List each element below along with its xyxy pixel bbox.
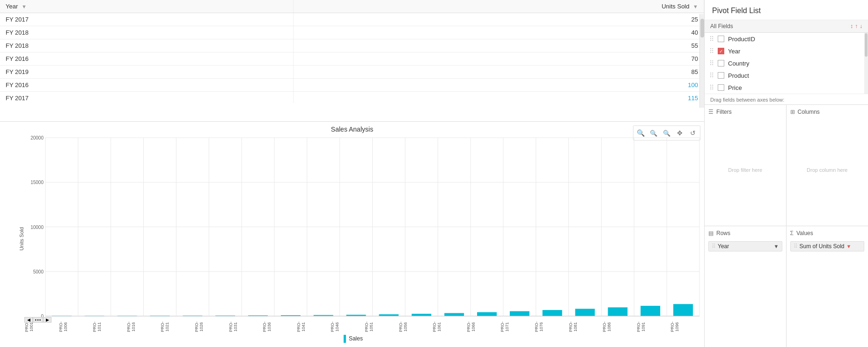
x-label: PRO-1021 (160, 322, 194, 333)
filter-icon: ☰ (708, 109, 714, 115)
x-label: PRO-1096 (670, 322, 704, 333)
row-filter-icon[interactable]: ▼ (774, 244, 779, 249)
drag-handle: ⠿ (709, 72, 714, 79)
svg-rect-44 (477, 312, 497, 316)
units-cell: 100 (294, 79, 704, 92)
field-item-productid[interactable]: ⠿ProductID (705, 33, 868, 45)
sort-desc-icon[interactable]: ↓ (860, 23, 862, 30)
field-item-country[interactable]: ⠿Country (705, 57, 868, 69)
year-cell: FY 2018 (0, 26, 294, 39)
axes-grid: ☰ Filters Drop filter here ⊞ Columns Dro… (705, 104, 868, 347)
field-name: Product (728, 72, 749, 79)
col-year-header[interactable]: Year ▼ (0, 0, 294, 13)
x-label: PRO-1001 (24, 322, 59, 333)
field-list-scrollbar[interactable] (864, 33, 868, 94)
x-label: PRO-1041 (296, 322, 331, 333)
field-list-scrollbar-thumb (865, 33, 868, 57)
year-cell: FY 2018 (0, 39, 294, 52)
row-tag-label: Year (718, 243, 729, 250)
sort-asc-icon[interactable]: ↑ (855, 23, 858, 30)
axes-hint: Drag fields between axes below: (705, 94, 868, 104)
year-cell: FY 2019 (0, 66, 294, 79)
svg-rect-41 (379, 314, 398, 316)
units-cell: 85 (294, 66, 704, 79)
svg-text:10000: 10000 (30, 225, 44, 230)
field-item-year[interactable]: ⠿✓Year (705, 45, 868, 57)
table-row: FY 201840 (0, 26, 704, 39)
filters-header: ☰ Filters (708, 109, 782, 115)
value-dropdown-icon[interactable]: ▼ (846, 244, 852, 249)
field-name: Country (728, 60, 750, 67)
chart-section: Sales Analysis 🔍 🔍 🔍 ✥ ↺ Units Sold 0500… (0, 122, 704, 347)
chart-container: Units Sold 05000100001500020000 PRO-1001… (0, 133, 704, 344)
table-row: FY 201855 (0, 39, 704, 52)
scroll-right-button[interactable]: ▶ (43, 317, 51, 323)
field-checkbox[interactable] (718, 36, 724, 42)
x-label: PRO-1066 (466, 322, 500, 333)
legend-label: Sales (349, 335, 363, 342)
values-header: Σ Values (790, 230, 865, 236)
x-label: PRO-1031 (228, 322, 263, 333)
rows-icon: ▤ (708, 230, 714, 236)
x-label: PRO-1091 (636, 322, 670, 333)
x-label: PRO-1026 (194, 322, 228, 333)
x-label: PRO-1081 (568, 322, 603, 333)
field-item-product[interactable]: ⠿Product (705, 69, 868, 81)
table-scroll[interactable]: Year ▼ Units Sold ▼ FY 201725FY 201840FY… (0, 0, 704, 103)
units-cell: 70 (294, 52, 704, 66)
col-units-header[interactable]: Units Sold ▼ (294, 0, 704, 13)
scroll-left-button[interactable]: ◀ (24, 317, 33, 323)
svg-rect-48 (608, 307, 627, 316)
columns-icon: ⊞ (790, 109, 795, 115)
columns-cell: ⊞ Columns Drop column here (787, 105, 868, 226)
field-checkbox[interactable]: ✓ (718, 48, 724, 54)
drag-handle: ⠿ (709, 59, 714, 67)
year-cell: FY 2016 (0, 52, 294, 66)
x-label: PRO-1056 (398, 322, 433, 333)
chart-legend: ▐ Sales (341, 335, 363, 342)
units-filter-icon[interactable]: ▼ (693, 4, 698, 9)
x-label: PRO-1011 (92, 322, 126, 333)
filters-label: Filters (716, 109, 732, 115)
x-label: PRO-1006 (59, 322, 93, 333)
field-name: Year (728, 48, 740, 55)
y-axis-label: Units Sold (19, 220, 24, 258)
table-scrollbar[interactable] (699, 14, 704, 108)
field-checkbox[interactable] (718, 72, 724, 79)
sum-tag-label: Sum of Units Sold (800, 243, 845, 250)
columns-header: ⊞ Columns (790, 109, 865, 115)
units-cell: 115 (294, 92, 704, 103)
field-name: ProductID (728, 36, 755, 43)
table-scrollbar-thumb (700, 19, 704, 37)
field-checkbox[interactable] (718, 60, 724, 66)
table-row: FY 201985 (0, 66, 704, 79)
year-cell: FY 2017 (0, 92, 294, 103)
svg-text:15000: 15000 (30, 180, 44, 185)
units-cell: 40 (294, 26, 704, 39)
sort-icons: ↕ ↑ ↓ (850, 23, 862, 30)
field-item-price[interactable]: ⠿Price (705, 81, 868, 94)
drag-handle: ⠿ (709, 47, 714, 55)
field-name: Price (728, 84, 742, 91)
pivot-panel-title: Pivot Field List (705, 0, 868, 20)
year-filter-icon[interactable]: ▼ (22, 4, 27, 9)
main-area: Year ▼ Units Sold ▼ FY 201725FY 201840FY… (0, 0, 704, 347)
sum-units-tag: ⠿ Sum of Units Sold ▼ (790, 241, 865, 251)
x-label: PRO-1016 (126, 322, 161, 333)
sort-az-icon[interactable]: ↕ (850, 23, 853, 30)
rows-header: ▤ Rows (708, 230, 782, 236)
units-cell: 25 (294, 13, 704, 26)
columns-label: Columns (798, 109, 820, 115)
rows-cell: ▤ Rows ⠿ Year ▼ (705, 226, 787, 347)
year-cell: FY 2016 (0, 79, 294, 92)
drag-handle: ⠿ (709, 84, 714, 91)
svg-text:5000: 5000 (33, 269, 44, 274)
value-drag-handle: ⠿ (794, 243, 798, 250)
x-label: PRO-1076 (534, 322, 568, 333)
field-items: ⠿ProductID⠿✓Year⠿Country⠿Product⠿Price (705, 33, 868, 94)
field-checkbox[interactable] (718, 84, 724, 91)
svg-rect-50 (673, 304, 693, 316)
chart-scroll-nav: ◀ ●●● ▶ (24, 317, 51, 323)
values-label: Values (796, 230, 813, 236)
scroll-dots: ●●● (33, 317, 43, 323)
